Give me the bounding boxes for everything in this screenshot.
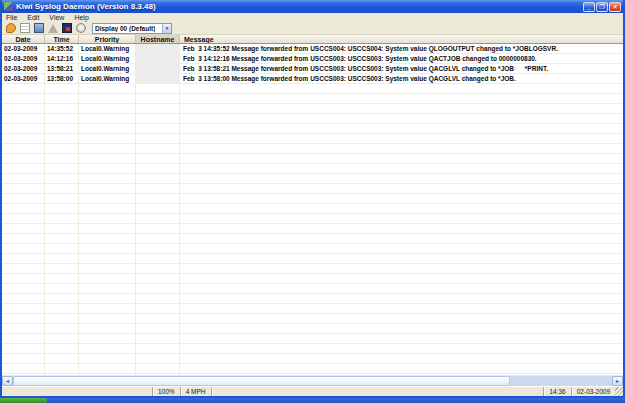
cell-time [45,204,79,214]
picture-icon[interactable] [34,23,44,33]
display-settings-icon[interactable] [62,23,72,33]
cell-time [45,84,79,94]
resize-grip[interactable] [615,387,623,396]
cell-priority [79,234,136,244]
log-row[interactable]: 02-03-200914:35:52Local0.WarningFeb 3 14… [2,44,623,54]
empty-row [2,304,623,314]
cell-time [45,354,79,364]
column-header-time[interactable]: Time [45,35,79,43]
menu-edit[interactable]: Edit [27,14,39,21]
cell-hostname [136,224,180,234]
clock-icon[interactable] [76,23,86,33]
menu-view[interactable]: View [49,14,64,21]
log-row[interactable]: 02-03-200913:58:00Local0.WarningFeb 3 13… [2,74,623,84]
menu-file[interactable]: File [6,14,17,21]
cell-priority [79,264,136,274]
cell-time [45,264,79,274]
cell-priority [79,254,136,264]
cell-date [2,354,45,364]
column-header-message[interactable]: Message [180,35,623,43]
cell-priority [79,244,136,254]
column-header-date[interactable]: Date [2,35,45,43]
empty-row [2,344,623,354]
cell-priority [79,274,136,284]
empty-row [2,324,623,334]
close-button[interactable]: ✕ [609,2,621,12]
cell-message [180,114,623,124]
cell-priority [79,184,136,194]
status-bar: 100% 4 MPH 14:36 02-03-2009 [2,386,623,396]
cell-hostname [136,364,180,374]
cell-hostname [136,324,180,334]
cell-message: Feb 3 13:58:00 Message forwarded from US… [180,74,623,84]
scroll-right-arrow-icon[interactable]: ► [612,376,623,386]
column-header-hostname[interactable]: Hostname [136,35,180,43]
display-selector-value: Display 00 (Default) [95,25,155,32]
cell-hostname [136,234,180,244]
cell-message [180,254,623,264]
log-row[interactable]: 02-03-200913:58:21Local0.WarningFeb 3 13… [2,64,623,74]
empty-row [2,354,623,364]
minimize-button[interactable]: _ [583,2,595,12]
window-title: Kiwi Syslog Daemon (Version 8.3.48) [16,0,580,13]
chevron-down-icon[interactable]: ▼ [162,24,171,33]
cell-hostname [136,264,180,274]
key-icon[interactable] [6,23,16,33]
warning-triangle-icon[interactable] [48,24,58,33]
cell-date [2,234,45,244]
taskbar[interactable] [0,398,625,403]
cell-date [2,114,45,124]
start-button[interactable] [0,398,47,403]
cell-message [180,314,623,324]
maximize-button[interactable]: ❐ [596,2,608,12]
scrollbar-track[interactable] [13,376,612,386]
cell-priority [79,364,136,374]
cell-hostname [136,354,180,364]
display-selector[interactable]: Display 00 (Default) ▼ [92,23,172,34]
empty-row [2,104,623,114]
cell-message [180,284,623,294]
cell-hostname [136,94,180,104]
scroll-left-arrow-icon[interactable]: ◄ [2,376,13,386]
cell-hostname [136,104,180,114]
cell-message [180,104,623,114]
cell-time [45,284,79,294]
log-grid[interactable]: 02-03-200914:35:52Local0.WarningFeb 3 14… [2,44,623,375]
cell-message [180,224,623,234]
log-row[interactable]: 02-03-200914:12:16Local0.WarningFeb 3 14… [2,54,623,64]
cell-hostname [136,274,180,284]
cell-message [180,304,623,314]
cell-priority [79,284,136,294]
cell-priority [79,344,136,354]
cell-date: 02-03-2009 [2,54,45,64]
cell-message [180,294,623,304]
cell-date [2,294,45,304]
cell-time [45,324,79,334]
horizontal-scrollbar[interactable]: ◄ ► [2,375,623,386]
column-header-priority[interactable]: Priority [79,35,136,43]
cell-message [180,344,623,354]
cell-date [2,84,45,94]
cell-priority [79,94,136,104]
cell-message [180,124,623,134]
cell-message: Feb 3 13:58:21 Message forwarded from US… [180,64,623,74]
cell-date [2,134,45,144]
cell-hostname [136,114,180,124]
cell-time [45,174,79,184]
document-icon[interactable] [20,23,30,33]
menu-help[interactable]: Help [74,14,88,21]
cell-hostname [136,254,180,264]
cell-time [45,94,79,104]
menu-bar: File Edit View Help [2,13,623,22]
cell-hostname [136,64,180,74]
title-bar[interactable]: Kiwi Syslog Daemon (Version 8.3.48) _ ❐ … [2,0,623,13]
cell-date [2,144,45,154]
scrollbar-thumb[interactable] [13,376,510,386]
cell-time: 14:12:16 [45,54,79,64]
cell-time [45,214,79,224]
window-controls: _ ❐ ✕ [583,2,621,12]
cell-message [180,84,623,94]
cell-hostname [136,174,180,184]
cell-date [2,314,45,324]
cell-time [45,304,79,314]
